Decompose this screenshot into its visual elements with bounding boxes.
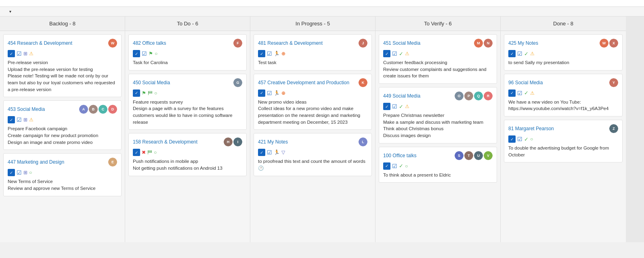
card-title[interactable]: 482 Office talks xyxy=(133,40,166,46)
card-title[interactable]: 158 Research & Development xyxy=(133,139,197,145)
task-card[interactable]: 96 Social Media Y ✓☑✓⚠ We have a new vid… xyxy=(504,74,623,117)
card-icons: ✓☑⚑○ xyxy=(133,50,242,57)
task-card[interactable]: 481 Research & Development J ✓☑🏃⊕ Test t… xyxy=(254,34,372,71)
task-card[interactable]: 451 Social Media MN ✓☑✓⚠ Customer feedba… xyxy=(379,34,497,84)
column-header: Done - 8 xyxy=(501,17,626,31)
card-title[interactable]: 451 Social Media xyxy=(383,40,420,46)
checkbox-icon[interactable]: ✓ xyxy=(8,169,15,176)
card-title[interactable]: 450 Social Media xyxy=(133,80,170,85)
card-title[interactable]: 96 Social Media xyxy=(508,80,543,85)
check-icon: ☑ xyxy=(517,50,522,57)
card-title[interactable]: 457 Creative Development and Production xyxy=(258,80,349,85)
checkbox-icon[interactable]: ✓ xyxy=(133,50,140,57)
task-card[interactable]: 425 My Notes WX ✓☑✓⚠ to send Sally my pr… xyxy=(504,34,623,71)
task-card[interactable]: 421 My Notes L ✓☑🏃▽ to proofread this te… xyxy=(254,133,372,176)
task-card[interactable]: 454 Research & Development W ✓☑⊞⚠ Pre-re… xyxy=(3,34,122,97)
avatar-group: STUV xyxy=(455,151,493,160)
checkbox-icon[interactable]: ✓ xyxy=(383,50,390,57)
column-header: Backlog - 8 xyxy=(0,17,125,31)
task-card[interactable]: 482 Office talks F ✓☑⚑○ Task for Carolin… xyxy=(128,34,247,71)
card-title-row: 447 Marketing and Design E xyxy=(8,158,117,166)
warning-orange-icon: ⊕ xyxy=(281,51,285,56)
column-done: Done - 8 425 My Notes WX ✓☑✓⚠ to send Sa… xyxy=(501,17,626,242)
card-title[interactable]: 449 Social Media xyxy=(383,93,420,99)
board: Backlog - 8 454 Research & Development W… xyxy=(0,17,644,242)
card-title[interactable]: 481 Research & Development xyxy=(258,40,323,46)
card-text: To think about a present to Eldric xyxy=(383,172,493,179)
card-title[interactable]: 100 Office talks xyxy=(383,153,417,158)
avatar: J xyxy=(359,39,367,48)
runner-icon: 🏃 xyxy=(274,51,280,56)
checkbox-icon[interactable]: ✓ xyxy=(258,50,265,57)
card-title[interactable]: 453 Social Media xyxy=(8,106,45,112)
card-icons: ✓✖⛿○ xyxy=(133,149,242,156)
card-icons: ✓☑✓⚠ xyxy=(383,50,493,57)
card-title[interactable]: 81 Margaret Pearson xyxy=(508,126,554,131)
task-card[interactable]: 158 Research & Development HI ✓✖⛿○ Push … xyxy=(128,133,247,176)
card-title-row: 421 My Notes L xyxy=(258,137,367,146)
task-card[interactable]: 449 Social Media OPQR ✓☑✓⚠ Prepare Chris… xyxy=(379,87,497,144)
card-icons: ✓☑🏃⊕ xyxy=(258,89,367,97)
avatar: R xyxy=(484,92,493,100)
checkbox-icon[interactable]: ✓ xyxy=(508,50,516,57)
warning-icon: ⚠ xyxy=(29,117,34,123)
checkbox-icon[interactable]: ✓ xyxy=(8,50,15,57)
checkbox-icon[interactable]: ✓ xyxy=(508,89,516,97)
task-card[interactable]: 453 Social Media ABCD ✓☑⊞⚠ Prepare Faceb… xyxy=(3,100,122,150)
card-title[interactable]: 425 My Notes xyxy=(508,40,538,46)
card-icons: ✓☑⊞○ xyxy=(8,169,117,176)
task-card[interactable]: 450 Social Media G ✓⚑⛿○ Feature requests… xyxy=(128,74,247,130)
card-icons: ✓☑⊞⚠ xyxy=(8,116,117,123)
column-body: 482 Office talks F ✓☑⚑○ Task for Carolin… xyxy=(125,31,250,242)
runner-icon: 🏃 xyxy=(274,150,280,155)
check-icon: ☑ xyxy=(392,50,397,57)
checkbox-icon[interactable]: ✓ xyxy=(258,89,265,97)
check-icon: ☑ xyxy=(267,50,272,57)
card-title-row: 450 Social Media G xyxy=(133,78,242,87)
card-text: Test task xyxy=(258,59,367,66)
avatar: K xyxy=(359,78,367,87)
check-icon: ☑ xyxy=(517,90,522,96)
checkbox-icon[interactable]: ✓ xyxy=(508,135,516,143)
check-icon: ☑ xyxy=(17,169,22,176)
warning-icon: ⚠ xyxy=(530,90,535,96)
check-icon: ☑ xyxy=(517,136,522,142)
card-title-row: 158 Research & Development HI xyxy=(133,137,242,146)
card-title-row: 96 Social Media Y xyxy=(508,78,618,87)
checkbox-icon[interactable]: ✓ xyxy=(383,103,390,110)
card-icons: ✓☑✓○ xyxy=(383,162,493,170)
checkbox-icon[interactable]: ✓ xyxy=(8,116,15,123)
sort-value[interactable]: ▾ xyxy=(8,9,11,14)
avatar: U xyxy=(474,151,483,160)
avatar: O xyxy=(455,92,464,100)
checkbox-icon[interactable]: ✓ xyxy=(133,149,140,156)
avatar-group: G xyxy=(233,78,242,87)
card-title[interactable]: 454 Research & Development xyxy=(8,40,72,46)
card-title-row: 100 Office talks STUV xyxy=(383,151,493,160)
avatar: S xyxy=(455,151,464,160)
runner-icon: 🏃 xyxy=(274,90,280,96)
task-card[interactable]: 457 Creative Development and Production … xyxy=(254,74,372,130)
card-title[interactable]: 421 My Notes xyxy=(258,139,288,145)
avatar: V xyxy=(484,151,493,160)
checkbox-icon[interactable]: ✓ xyxy=(133,89,140,97)
check-icon: ☑ xyxy=(17,117,22,123)
avatar-group: HI xyxy=(224,137,242,146)
warning-orange-icon: ⊕ xyxy=(281,90,285,96)
task-card[interactable]: 447 Marketing and Design E ✓☑⊞○ New Term… xyxy=(3,153,122,196)
green-check-icon: ✓ xyxy=(399,163,403,169)
green-check-icon: ✓ xyxy=(399,51,403,57)
card-icons: ✓☑✓⚠ xyxy=(508,89,618,97)
card-title-row: 449 Social Media OPQR xyxy=(383,92,493,100)
task-card[interactable]: 100 Office talks STUV ✓☑✓○ To think abou… xyxy=(379,147,497,183)
avatar: I xyxy=(233,137,242,146)
card-title[interactable]: 447 Marketing and Design xyxy=(8,159,64,165)
check-icon: ☑ xyxy=(17,50,22,57)
avatar-group: E xyxy=(108,158,117,166)
avatar-group: L xyxy=(359,137,367,146)
task-card[interactable]: 81 Margaret Pearson Z ✓☑✓○ To double the… xyxy=(504,120,623,162)
checkbox-icon[interactable]: ✓ xyxy=(383,162,390,170)
checkbox-icon[interactable]: ✓ xyxy=(258,149,265,156)
avatar-group: Y xyxy=(609,78,618,87)
bookmark-icon: ⛿ xyxy=(148,90,153,96)
